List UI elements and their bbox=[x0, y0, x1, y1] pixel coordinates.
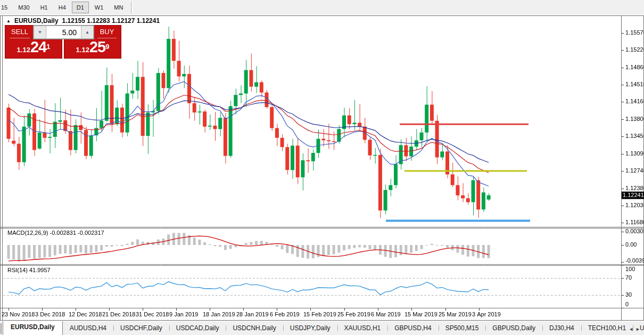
buy-button[interactable]: BUY bbox=[97, 27, 117, 38]
timeframe-toolbar: 15M30H1H4D1W1MN bbox=[0, 0, 644, 15]
trading-terminal: 15M30H1H4D1W1MN ▲ EURUSD,Daily 1.12155 1… bbox=[0, 0, 644, 335]
tab-dj30-h4[interactable]: DJ30,H4 bbox=[542, 322, 581, 335]
tab-usdchf-daily[interactable]: USDCHF,Daily bbox=[113, 322, 169, 335]
toolbar-separator bbox=[131, 2, 133, 13]
tab-usdjpy-daily[interactable]: USDJPY,Daily bbox=[283, 322, 337, 335]
sell-button[interactable]: SELL bbox=[10, 27, 30, 38]
macd-indicator-label: MACD(12,26,9) -0.002831 -0.002317 bbox=[7, 230, 104, 236]
tabbar-grip bbox=[1, 323, 2, 334]
tab-audusd-h4[interactable]: AUDUSD,H4 bbox=[63, 322, 113, 335]
tab-usdcad-daily[interactable]: USDCAD,Daily bbox=[169, 322, 226, 335]
chart-symbol-label: EURUSD,Daily bbox=[14, 17, 59, 24]
volume-decrease-button[interactable]: ▼ bbox=[34, 26, 46, 39]
rsi-indicator-label: RSI(14) 41.9957 bbox=[7, 267, 51, 273]
tab-sp500-m15[interactable]: SP500,M15 bbox=[439, 322, 486, 335]
buy-price: 1.12259 bbox=[64, 38, 121, 56]
collapse-arrow-icon[interactable]: ▲ bbox=[6, 19, 11, 23]
chart-title: ▲ EURUSD,Daily 1.12155 1.12283 1.12127 1… bbox=[6, 17, 160, 24]
chart-ohlc-values: 1.12155 1.12283 1.12127 1.12241 bbox=[62, 17, 160, 24]
timeframe-button-15[interactable]: 15 bbox=[0, 2, 12, 13]
one-click-trade-panel: SELL 1.12241 BUY 1.12259 ▼ 5.00 ▲ bbox=[5, 25, 121, 59]
tab-gbpusd-daily[interactable]: GBPUSD,Daily bbox=[485, 322, 542, 335]
volume-increase-button[interactable]: ▲ bbox=[81, 26, 94, 39]
volume-input[interactable]: 5.00 bbox=[46, 26, 81, 39]
buy-price-prefix: 1.12 bbox=[76, 46, 89, 54]
sell-price-big: 24 bbox=[30, 38, 46, 55]
timeframe-button-mn[interactable]: MN bbox=[109, 2, 128, 13]
tab-eurusd-daily[interactable]: EURUSD,Daily bbox=[3, 321, 63, 335]
spin-down-icon: ▼ bbox=[38, 30, 42, 35]
tab-tech100-h1[interactable]: TECH100,H1 bbox=[581, 322, 633, 335]
tab-scroll-arrows: ◄► bbox=[629, 326, 642, 332]
sell-price-prefix: 1.12 bbox=[17, 46, 30, 54]
timeframe-button-d1[interactable]: D1 bbox=[72, 2, 89, 13]
chart-canvas[interactable] bbox=[0, 15, 644, 321]
timeframe-button-h1[interactable]: H1 bbox=[36, 2, 53, 13]
timeframe-button-m30[interactable]: M30 bbox=[13, 2, 34, 13]
sell-price: 1.12241 bbox=[5, 38, 62, 56]
tab-scroll-left-icon[interactable]: ◄ bbox=[629, 326, 635, 332]
tab-gbpusd-h4[interactable]: GBPUSD,H4 bbox=[387, 322, 438, 335]
tab-xauusd-h1[interactable]: XAUUSD,H1 bbox=[337, 322, 388, 335]
chart-tab-bar: EURUSD,DailyAUDUSD,H4USDCHF,DailyUSDCAD,… bbox=[0, 321, 644, 335]
buy-price-pipette: 9 bbox=[105, 43, 109, 51]
volume-spinner: ▼ 5.00 ▲ bbox=[33, 25, 94, 39]
tab-usdcnh-daily[interactable]: USDCNH,Daily bbox=[226, 322, 283, 335]
tab-scroll-right-icon[interactable]: ► bbox=[635, 326, 642, 332]
timeframe-button-w1[interactable]: W1 bbox=[90, 2, 109, 13]
spin-up-icon: ▲ bbox=[85, 30, 89, 35]
timeframe-button-h4[interactable]: H4 bbox=[54, 2, 71, 13]
sell-price-pipette: 1 bbox=[46, 43, 50, 51]
buy-price-big: 25 bbox=[89, 38, 105, 55]
